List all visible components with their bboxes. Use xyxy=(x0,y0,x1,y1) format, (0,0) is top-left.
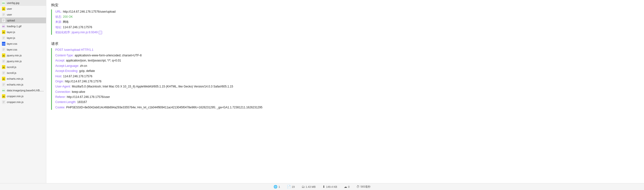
status-transferred: 🗂 1.43 MB xyxy=(302,185,316,189)
header-val-4: 114.67.246.176:17576 xyxy=(63,74,92,79)
url-value: http://114.67.246.176:17576/user/upload xyxy=(63,9,116,14)
sidebar-item-layer-js-2[interactable]: layer.js xyxy=(0,35,46,41)
header-key-7: Connection: xyxy=(55,90,71,94)
sidebar-label-echarts-min-js-2: echarts.min.js xyxy=(7,83,44,86)
header-val-9: 183167 xyxy=(77,100,87,104)
errors-count: 0 xyxy=(348,185,350,188)
svg-text:IMG: IMG xyxy=(2,90,5,91)
globe-icon: 🌐 xyxy=(274,185,278,189)
address-row: 地址: 114.67.246.176:17576 xyxy=(55,25,639,30)
gif-file-icon: GIF xyxy=(2,24,5,28)
header-key-3: Accept-Encoding: xyxy=(55,69,78,73)
img-file-icon: IMG xyxy=(2,1,5,5)
sidebar-item-echarts-min-js-1[interactable]: JSecharts.min.js xyxy=(0,76,46,82)
active-file-icon xyxy=(2,18,5,22)
js-file-icon: JS xyxy=(2,7,5,11)
sidebar-label-data-image: data:image/png;base64,iVB...mCC xyxy=(7,89,44,92)
header-val-7: keep-alive xyxy=(72,90,85,94)
default-file-icon xyxy=(2,71,5,75)
sidebar-item-cropper-min-js-2[interactable]: cropper.min.js xyxy=(0,99,46,105)
status-errors: ☁ 0 xyxy=(344,185,350,189)
sidebar-item-echarts-min-js-2[interactable]: echarts.min.js xyxy=(0,82,46,88)
sidebar-label-layer-css-1: layer.css xyxy=(7,42,44,45)
default-file-icon xyxy=(2,36,5,40)
sidebar-item-data-image[interactable]: IMGdata:image/png;base64,iVB...mCC xyxy=(0,88,46,93)
header-row-3: Accept-Encoding:gzip, deflate xyxy=(55,69,639,73)
sidebar-item-jquery-min-js-1[interactable]: JSjquery.min.js xyxy=(0,52,46,58)
status-bar: 🌐 1 📄 19 🗂 1.43 MB ⬇ 149.4 KB ☁ 0 ⏱ 565毫… xyxy=(0,183,644,190)
response-section-title: 狗安 xyxy=(51,0,639,9)
headers-container: Content-Type:application/x-www-form-urle… xyxy=(55,53,639,110)
sidebar-item-layer-css-2[interactable]: layer.css xyxy=(0,47,46,52)
sidebar-item-iscroll-js-1[interactable]: JSiscroll.js xyxy=(0,64,46,70)
inline-copy-icon[interactable]: □ xyxy=(99,31,102,34)
header-row-5: Origin:http://114.67.246.176:17576 xyxy=(55,79,639,84)
img-file-icon: IMG xyxy=(2,89,5,92)
js-file-icon: JS xyxy=(2,65,5,69)
js-file-icon: JS xyxy=(2,94,5,98)
svg-text:JS: JS xyxy=(2,32,5,33)
header-key-1: Accept: xyxy=(55,58,65,63)
svg-text:JS: JS xyxy=(2,55,5,57)
header-key-2: Accept-Language: xyxy=(55,63,79,68)
sidebar-item-user-1[interactable]: JSuser xyxy=(0,6,46,12)
sidebar-item-userbg-jpg[interactable]: IMGuserbg.jpg xyxy=(0,0,46,6)
sidebar-label-jquery-min-js-2: jquery.min.js xyxy=(7,60,44,63)
header-row-6: User-Agent:Mozilla/5.0 (Macintosh; Intel… xyxy=(55,84,639,89)
sidebar-label-layer-js-1: layer.js xyxy=(7,31,44,33)
resources-value: 149.4 KB xyxy=(326,185,337,188)
status-files: 📄 19 xyxy=(287,185,295,189)
init-row: 初始化程序: jquery.min.js:6:9349 □ xyxy=(55,30,639,35)
download-icon: ⬇ xyxy=(322,185,325,189)
sidebar-item-layer-css-1[interactable]: CSSlayer.css xyxy=(0,41,46,47)
sidebar-item-upload[interactable]: upload xyxy=(0,17,46,23)
sidebar-item-layer-js-1[interactable]: JSlayer.js xyxy=(0,29,46,35)
status-resources: ⬇ 149.4 KB xyxy=(322,185,337,189)
init-link[interactable]: jquery.min.js:6:9349 xyxy=(72,30,98,35)
request-section-title: 请求 xyxy=(51,39,639,48)
sidebar-label-cropper-min-js-2: cropper.min.js xyxy=(7,100,44,103)
sidebar-item-loading-gif[interactable]: GIFloading-1.gif xyxy=(0,23,46,29)
status-row: 状态: 200 OK xyxy=(55,14,639,19)
svg-text:JS: JS xyxy=(2,78,5,80)
css-file-icon: CSS xyxy=(2,42,5,46)
main-content: IMGuserbg.jpgJSuseruseruploadGIFloading-… xyxy=(0,0,644,183)
header-val-6: Mozilla/5.0 (Macintosh; Intel Mac OS X 1… xyxy=(72,84,233,89)
header-val-10: PHPSESSID=8e5042eb614c4fdb694a293e335576… xyxy=(66,105,262,110)
sidebar-label-layer-css-2: layer.css xyxy=(7,48,44,51)
folder-icon: 🗂 xyxy=(302,185,305,189)
svg-text:CSS: CSS xyxy=(2,43,5,45)
sidebar-label-loading-gif: loading-1.gif xyxy=(7,25,44,28)
sidebar-label-upload: upload xyxy=(7,19,44,22)
sidebar-label-layer-js-2: layer.js xyxy=(7,36,44,39)
sidebar-label-cropper-min-js-1: cropper.min.js xyxy=(7,95,44,98)
header-row-2: Accept-Language:zh-cn xyxy=(55,63,639,68)
file-icon: 📄 xyxy=(287,185,291,189)
svg-text:JS: JS xyxy=(2,67,5,68)
sidebar-item-cropper-min-js-1[interactable]: JScropper.min.js xyxy=(0,93,46,99)
js-file-icon: JS xyxy=(2,30,5,34)
sidebar-label-user-1: user xyxy=(7,7,44,10)
sidebar-label-user-2: user xyxy=(7,13,44,16)
sidebar-item-iscroll-js-2[interactable]: iscroll.js xyxy=(0,70,46,76)
status-requests: 🌐 1 xyxy=(274,185,280,189)
svg-text:JS: JS xyxy=(2,8,5,10)
header-key-4: Host: xyxy=(55,74,62,79)
header-key-9: Content-Length: xyxy=(55,100,76,104)
js-file-icon: JS xyxy=(2,77,5,81)
default-file-icon xyxy=(2,48,5,52)
sidebar-label-jquery-min-js-1: jquery.min.js xyxy=(7,54,44,57)
js-file-icon: JS xyxy=(2,53,5,57)
header-row-4: Host:114.67.246.176:17576 xyxy=(55,74,639,79)
status-value: 200 OK xyxy=(63,14,73,19)
time-value: 565毫秒 xyxy=(360,185,370,189)
sidebar-item-jquery-min-js-2[interactable]: jquery.min.js xyxy=(0,58,46,64)
header-val-8: http://114.67.246.176:17576/user xyxy=(67,95,110,99)
header-row-8: Referer:http://114.67.246.176:17576/user xyxy=(55,95,639,99)
header-row-0: Content-Type:application/x-www-form-urle… xyxy=(55,53,639,58)
default-file-icon xyxy=(2,59,5,63)
sidebar-item-user-2[interactable]: user xyxy=(0,12,46,17)
header-key-6: User-Agent: xyxy=(55,84,71,89)
sidebar-label-userbg-jpg: userbg.jpg xyxy=(7,1,44,4)
status-time: ⏱ 565毫秒 xyxy=(356,185,370,189)
